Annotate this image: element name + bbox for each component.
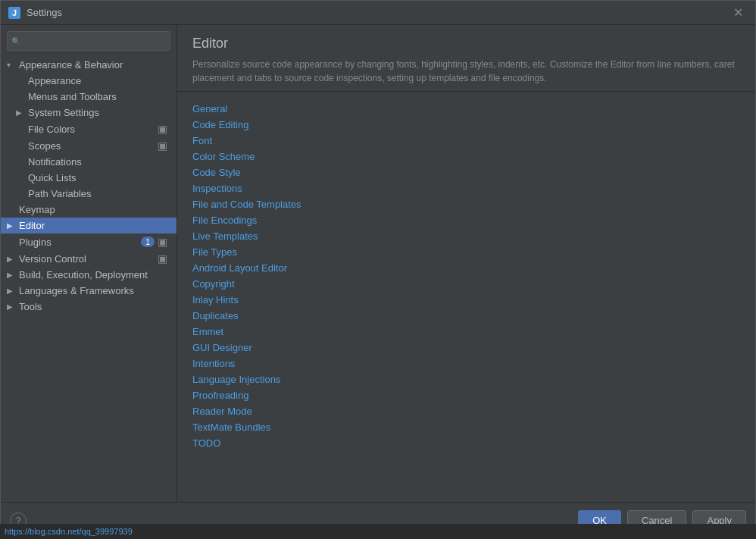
panel-link-gui-designer[interactable]: GUI Designer [192,340,740,356]
sidebar-item-tools[interactable]: ▶ Tools [1,299,177,315]
plugins-badge: 1 [141,237,155,247]
nav-tree: ▾ Appearance & Behavior Appearance Menus… [1,57,177,502]
panel-link-file-and-code-templates[interactable]: File and Code Templates [192,196,740,212]
chevron-icon: ▾ [7,61,16,69]
panel-title: Editor [192,36,740,52]
panel-link-copyright[interactable]: Copyright [192,276,740,292]
window-title: Settings [27,7,729,18]
right-panel: Editor Personalize source code appearanc… [177,25,755,502]
sidebar-label: Path Variables [28,188,170,199]
panel-link-proofreading[interactable]: Proofreading [192,387,740,403]
sidebar-label: Build, Execution, Deployment [19,269,170,280]
panel-link-file-types[interactable]: File Types [192,244,740,260]
panel-link-color-scheme[interactable]: Color Scheme [192,149,740,165]
sidebar-label: Version Control [19,253,158,265]
sidebar-item-editor[interactable]: ▶ Editor [1,218,177,233]
sidebar-item-file-colors[interactable]: File Colors ▣ [1,121,177,137]
panel-link-emmet[interactable]: Emmet [192,324,740,340]
marker-icon: ▣ [158,139,167,152]
sidebar-item-plugins[interactable]: Plugins 1 ▣ [1,233,177,250]
chevron-icon: ▶ [7,302,16,311]
search-box [1,25,177,57]
app-icon: J [8,7,20,19]
sidebar-item-quick-lists[interactable]: Quick Lists [1,170,177,186]
panel-link-live-templates[interactable]: Live Templates [192,228,740,244]
sidebar-item-menus-toolbars[interactable]: Menus and Toolbars [1,89,177,105]
sidebar-label: Tools [19,301,170,312]
titlebar: J Settings ✕ [1,1,755,25]
sidebar-item-languages-frameworks[interactable]: ▶ Languages & Frameworks [1,283,177,299]
marker-icon: ▣ [158,123,167,135]
panel-link-todo[interactable]: TODO [192,435,740,451]
sidebar-label: Menus and Toolbars [28,91,170,102]
panel-link-code-editing[interactable]: Code Editing [192,117,740,133]
panel-link-language-injections[interactable]: Language Injections [192,371,740,387]
sidebar-label: Appearance & Behavior [19,59,170,71]
panel-link-inlay-hints[interactable]: Inlay Hints [192,292,740,308]
panel-link-duplicates[interactable]: Duplicates [192,308,740,324]
panel-link-font[interactable]: Font [192,133,740,149]
chevron-icon: ▶ [7,287,16,295]
panel-link-general[interactable]: General [192,101,740,117]
sidebar-item-appearance[interactable]: Appearance [1,73,177,89]
panel-links: GeneralCode EditingFontColor SchemeCode … [177,92,755,502]
url-text: https://blog.csdn.net/qq_39997939 [5,527,133,536]
sidebar-item-version-control[interactable]: ▶ Version Control ▣ [1,250,177,267]
panel-link-android-layout-editor[interactable]: Android Layout Editor [192,260,740,276]
marker-icon: ▣ [158,252,167,265]
sidebar-item-appearance-behavior[interactable]: ▾ Appearance & Behavior [1,57,177,73]
sidebar: ▾ Appearance & Behavior Appearance Menus… [1,25,177,502]
sidebar-label: Keymap [19,204,170,215]
sidebar-label: Quick Lists [28,172,170,183]
panel-link-file-encodings[interactable]: File Encodings [192,212,740,228]
chevron-icon: ▶ [7,255,16,263]
sidebar-item-path-variables[interactable]: Path Variables [1,186,177,202]
search-input[interactable] [7,31,170,51]
sidebar-item-scopes[interactable]: Scopes ▣ [1,137,177,154]
sidebar-label: Languages & Frameworks [19,285,170,296]
settings-window: J Settings ✕ ▾ Appearance & Behavior App… [0,0,756,539]
sidebar-label: Plugins [19,237,141,248]
sidebar-item-notifications[interactable]: Notifications [1,154,177,170]
panel-link-textmate-bundles[interactable]: TextMate Bundles [192,419,740,435]
sidebar-label: Editor [19,220,170,231]
sidebar-item-keymap[interactable]: Keymap [1,202,177,218]
chevron-icon: ▶ [16,108,25,117]
panel-link-intentions[interactable]: Intentions [192,356,740,371]
sidebar-label: Scopes [28,140,158,152]
panel-link-reader-mode[interactable]: Reader Mode [192,403,740,419]
panel-link-code-style[interactable]: Code Style [192,165,740,180]
sidebar-label: File Colors [28,124,158,135]
sidebar-item-system-settings[interactable]: ▶ System Settings [1,105,177,121]
marker-icon: ▣ [158,236,167,248]
panel-link-inspections[interactable]: Inspections [192,180,740,196]
sidebar-label: Notifications [28,156,170,168]
main-content: ▾ Appearance & Behavior Appearance Menus… [1,25,755,502]
panel-header: Editor Personalize source code appearanc… [177,25,755,92]
sidebar-label: Appearance [28,75,170,86]
chevron-icon: ▶ [7,271,16,279]
search-wrapper [7,31,170,51]
close-button[interactable]: ✕ [729,4,748,22]
url-bar: https://blog.csdn.net/qq_39997939 [0,524,756,539]
sidebar-label: System Settings [28,107,170,118]
panel-description: Personalize source code appearance by ch… [192,58,740,85]
sidebar-item-build-execution[interactable]: ▶ Build, Execution, Deployment [1,267,177,283]
chevron-icon: ▶ [7,221,16,230]
